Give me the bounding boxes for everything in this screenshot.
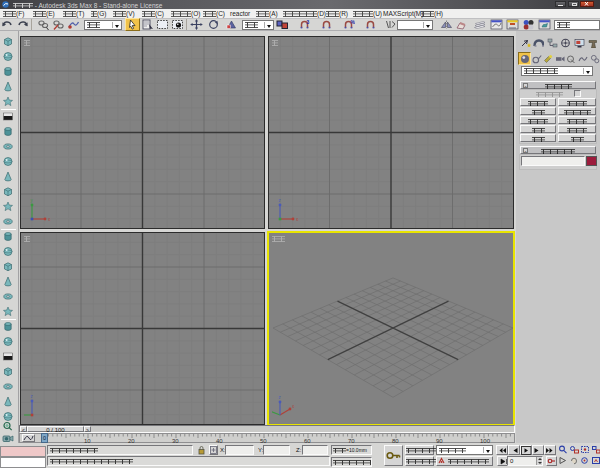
svg-text:x: x — [48, 217, 51, 222]
svg-text:y: y — [31, 199, 34, 203]
svg-text:x: x — [292, 404, 295, 409]
svg-text:%: % — [351, 19, 356, 25]
svg-text:z: z — [279, 395, 282, 400]
svg-text:x: x — [296, 217, 299, 222]
svg-text:3: 3 — [307, 19, 310, 25]
svg-text:z: z — [279, 199, 282, 203]
svg-text:z: z — [31, 395, 34, 399]
